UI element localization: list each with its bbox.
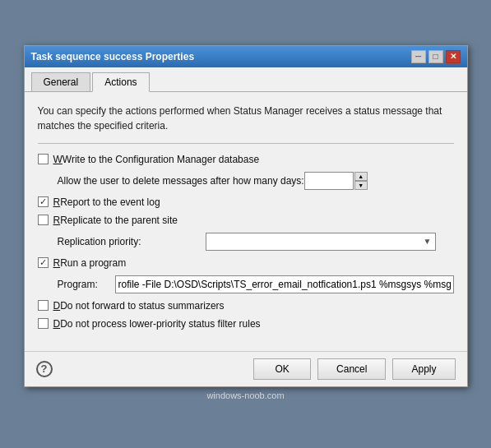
apply-button[interactable]: Apply <box>392 358 455 380</box>
run-program-checkbox[interactable]: ✓ <box>38 257 49 268</box>
report-event-checkbox-container[interactable]: ✓ RReport to the event log <box>38 196 160 208</box>
report-event-checkmark: ✓ <box>39 196 47 207</box>
replicate-parent-row: RReplicate to the parent site <box>38 215 454 226</box>
help-button[interactable]: ? <box>36 361 53 377</box>
button-group: OK Cancel Apply <box>253 358 455 380</box>
run-program-checkmark: ✓ <box>39 257 47 268</box>
allow-delete-input-wrap: ▲ ▼ <box>304 172 454 190</box>
replication-priority-label: Replication priority: <box>58 236 206 247</box>
title-controls: ─ □ ✕ <box>411 50 461 63</box>
separator <box>38 143 454 144</box>
write-to-db-row: WWrite to the Configuration Manager data… <box>38 154 454 165</box>
spinner-down[interactable]: ▼ <box>354 181 368 190</box>
bottom-bar: ? OK Cancel Apply <box>25 351 467 386</box>
close-button[interactable]: ✕ <box>446 50 461 63</box>
no-lower-priority-checkbox[interactable] <box>38 318 49 329</box>
allow-delete-input[interactable] <box>304 172 354 190</box>
report-event-label: RReport to the event log <box>53 196 160 208</box>
write-to-db-checkbox[interactable] <box>38 154 49 164</box>
run-program-label: RRun a program <box>53 257 127 269</box>
replicate-parent-label: RReplicate to the parent site <box>53 215 178 226</box>
allow-delete-spinner: ▲ ▼ <box>354 172 368 190</box>
program-row: Program: <box>58 275 454 293</box>
run-program-row: ✓ RRun a program <box>38 257 454 269</box>
tab-general[interactable]: General <box>31 72 91 91</box>
program-label: Program: <box>58 279 115 290</box>
title-bar: Task sequence success Properties ─ □ ✕ <box>25 46 467 67</box>
replication-priority-row: Replication priority: ▼ <box>58 233 454 251</box>
content-area: You can specify the actions performed wh… <box>25 92 467 344</box>
no-lower-priority-row: DDo not process lower-priority status fi… <box>38 318 454 330</box>
no-forward-row: DDo not forward to status summarizers <box>38 300 454 312</box>
replication-priority-arrow: ▼ <box>424 237 432 246</box>
write-to-db-label: WWrite to the Configuration Manager data… <box>53 154 260 165</box>
program-input[interactable] <box>115 275 454 293</box>
replicate-parent-checkbox-container[interactable]: RReplicate to the parent site <box>38 215 178 226</box>
no-lower-priority-checkbox-container[interactable]: DDo not process lower-priority status fi… <box>38 318 261 330</box>
no-forward-checkbox[interactable] <box>38 300 49 311</box>
tab-bar: General Actions <box>25 67 467 92</box>
ok-button[interactable]: OK <box>253 358 311 380</box>
write-to-db-checkbox-container[interactable]: WWrite to the Configuration Manager data… <box>38 154 260 165</box>
no-lower-priority-label: DDo not process lower-priority status fi… <box>53 318 261 330</box>
report-event-checkbox[interactable]: ✓ <box>38 196 49 207</box>
maximize-button[interactable]: □ <box>428 50 443 63</box>
run-program-checkbox-container[interactable]: ✓ RRun a program <box>38 257 127 269</box>
window-title: Task sequence success Properties <box>31 51 195 62</box>
no-forward-label: DDo not forward to status summarizers <box>53 300 225 312</box>
watermark: windows-noob.com <box>24 387 468 404</box>
no-forward-checkbox-container[interactable]: DDo not forward to status summarizers <box>38 300 225 312</box>
spinner-up[interactable]: ▲ <box>354 172 368 181</box>
minimize-button[interactable]: ─ <box>411 50 426 63</box>
tab-actions[interactable]: Actions <box>92 72 149 92</box>
cancel-button[interactable]: Cancel <box>317 358 386 380</box>
description-text: You can specify the actions performed wh… <box>38 104 454 133</box>
report-event-row: ✓ RReport to the event log <box>38 196 454 208</box>
dialog-window: Task sequence success Properties ─ □ ✕ G… <box>24 45 468 387</box>
replicate-parent-checkbox[interactable] <box>38 215 49 225</box>
replication-priority-select[interactable]: ▼ <box>206 233 436 251</box>
allow-delete-label: Allow the user to delete messages after … <box>58 175 304 187</box>
allow-delete-row: Allow the user to delete messages after … <box>58 172 454 190</box>
